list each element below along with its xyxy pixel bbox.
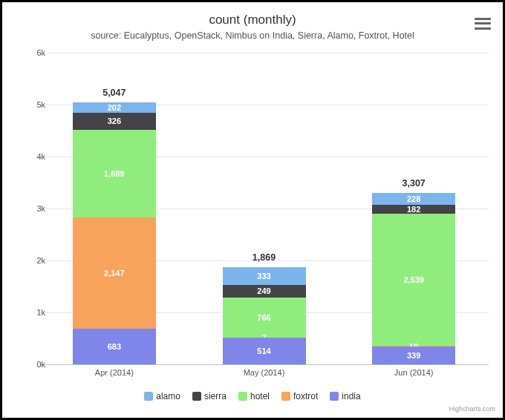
bar-segment-label: 339 xyxy=(372,347,455,364)
plot-area: 5,0472023261,6892,1476831,86933324976675… xyxy=(39,53,489,365)
y-axis-tick: 5k xyxy=(16,100,45,109)
legend-label: alamo xyxy=(156,391,180,401)
bar-segment-india[interactable]: 339 xyxy=(372,347,455,364)
bar-segment-sierra[interactable]: 182 xyxy=(372,205,455,214)
chart-subtitle: source: Eucalyptus, OpenStack, Nimbus on… xyxy=(2,30,503,41)
bar-segment-alamo[interactable]: 333 xyxy=(223,267,306,284)
bar-segment-sierra[interactable]: 326 xyxy=(73,113,156,130)
bar-segment-label: 2,539 xyxy=(372,214,455,346)
bar-segment-india[interactable]: 514 xyxy=(223,338,306,364)
bar-segment-foxtrot[interactable]: 2,147 xyxy=(73,217,156,329)
bar-segment-label: 514 xyxy=(223,338,306,364)
legend-label: foxtrot xyxy=(293,391,318,401)
legend-swatch xyxy=(238,392,247,401)
legend-label: hotel xyxy=(250,391,270,401)
legend-item-india[interactable]: india xyxy=(330,391,360,401)
legend-swatch xyxy=(192,392,201,401)
legend-label: india xyxy=(342,391,360,401)
bar-segment-hotel[interactable]: 2,539 xyxy=(372,214,455,346)
bar-segment-india[interactable]: 683 xyxy=(73,329,156,364)
legend-item-alamo[interactable]: alamo xyxy=(144,391,180,401)
x-axis-tick: May (2014) xyxy=(220,368,309,377)
bar-segment-label: 249 xyxy=(223,285,306,298)
y-axis-tick: 1k xyxy=(16,308,45,317)
bar-segment-alamo[interactable]: 228 xyxy=(372,193,455,205)
legend-item-hotel[interactable]: hotel xyxy=(238,391,270,401)
bar-column: 1,8693332497667514 xyxy=(223,267,306,364)
bar-segment-label: 766 xyxy=(223,298,306,338)
legend-swatch xyxy=(144,392,153,401)
legend-item-sierra[interactable]: sierra xyxy=(192,391,227,401)
stack-total-label: 5,047 xyxy=(73,88,156,98)
y-axis-tick: 4k xyxy=(16,152,45,161)
bar-column: 3,3072281822,53919339 xyxy=(372,193,455,364)
y-axis-tick: 3k xyxy=(16,204,45,213)
legend-swatch xyxy=(281,392,290,401)
bar-segment-sierra[interactable]: 249 xyxy=(223,285,306,298)
bar-segment-alamo[interactable]: 202 xyxy=(73,102,156,113)
bar-segment-label: 683 xyxy=(73,329,156,364)
legend-item-foxtrot[interactable]: foxtrot xyxy=(281,391,318,401)
bar-segment-label: 202 xyxy=(73,102,156,113)
legend: alamosierrahotelfoxtrotindia xyxy=(2,391,503,401)
context-menu-button[interactable] xyxy=(475,16,491,30)
legend-label: sierra xyxy=(204,391,227,401)
legend-swatch xyxy=(330,392,339,401)
bar-segment-label: 182 xyxy=(372,205,455,214)
y-axis-tick: 2k xyxy=(16,256,45,265)
chart-container: count (monthly) source: Eucalyptus, Open… xyxy=(0,0,505,420)
y-axis-tick: 6k xyxy=(16,48,45,57)
bar-segment-label: 333 xyxy=(223,267,306,284)
bar-column: 5,0472023261,6892,147683 xyxy=(73,102,156,364)
credits-link[interactable]: Highcharts.com xyxy=(449,405,495,413)
bar-segment-label: 326 xyxy=(73,113,156,130)
y-axis-tick: 0k xyxy=(16,360,45,369)
bar-segment-hotel[interactable]: 766 xyxy=(223,298,306,338)
chart-title: count (monthly) xyxy=(2,13,503,27)
bar-segment-hotel[interactable]: 1,689 xyxy=(73,130,156,217)
stack-total-label: 1,869 xyxy=(223,252,306,263)
bar-segment-label: 2,147 xyxy=(73,217,156,329)
bar-segment-label: 1,689 xyxy=(73,130,156,217)
bar-segment-label: 228 xyxy=(372,193,455,205)
stack-total-label: 3,307 xyxy=(372,178,455,188)
gridline xyxy=(39,53,489,53)
x-axis-tick: Jun (2014) xyxy=(369,368,458,377)
x-axis-tick: Apr (2014) xyxy=(70,368,159,377)
